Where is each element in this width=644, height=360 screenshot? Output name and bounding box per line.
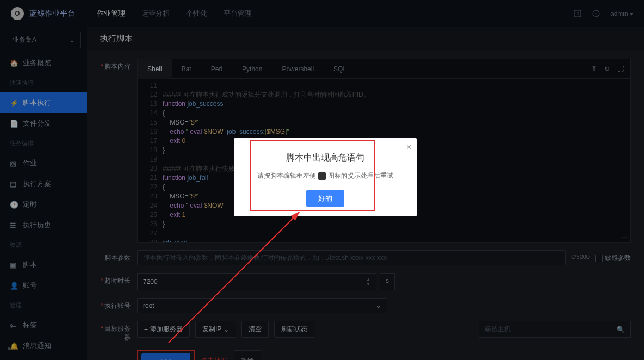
modal-close-icon[interactable]: × [406, 142, 411, 152]
modal-description: 请按脚本编辑框左侧 图标的提示处理后重试 [244, 171, 407, 181]
modal-ok-button[interactable]: 好的 [306, 190, 344, 207]
warning-marker-icon [318, 172, 326, 180]
warning-modal: × 脚本中出现高危语句 请按脚本编辑框左侧 图标的提示处理后重试 好的 [234, 138, 417, 216]
modal-title: 脚本中出现高危语句 [244, 152, 407, 164]
